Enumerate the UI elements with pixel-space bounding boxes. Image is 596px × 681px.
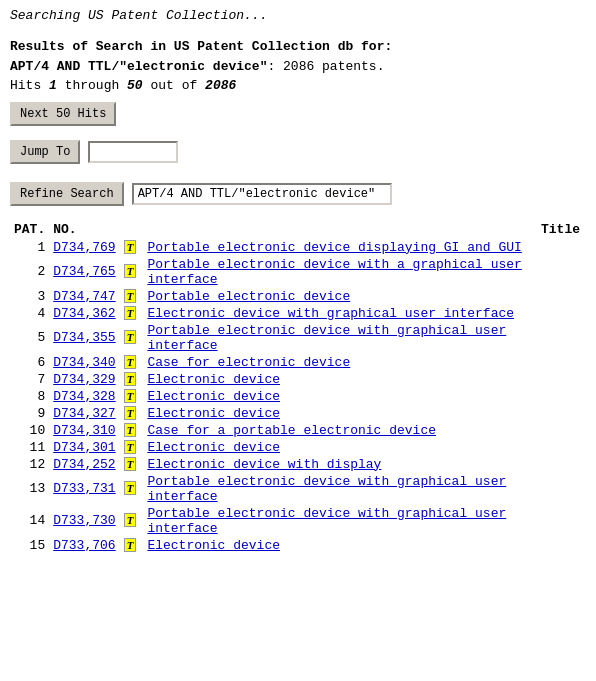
title-link[interactable]: Portable electronic device displaying GI… <box>147 240 521 255</box>
row-number: 10 <box>10 422 49 439</box>
table-row: 6D734,340TCase for electronic device <box>10 354 586 371</box>
jump-to-row: Jump To <box>10 140 586 164</box>
patent-link[interactable]: D734,362 <box>53 306 115 321</box>
title-cell: Portable electronic device with graphica… <box>143 473 586 505</box>
t-badge: T <box>124 372 137 386</box>
col-header-no: NO. <box>49 220 119 239</box>
refine-search-row: Refine Search <box>10 182 586 206</box>
t-badge: T <box>124 289 137 303</box>
results-query-line: APT/4 AND TTL/"electronic device": 2086 … <box>10 57 586 77</box>
title-cell: Electronic device <box>143 537 586 554</box>
title-link[interactable]: Electronic device <box>147 538 280 553</box>
title-link[interactable]: Electronic device <box>147 440 280 455</box>
title-link[interactable]: Case for a portable electronic device <box>147 423 436 438</box>
table-row: 1D734,769TPortable electronic device dis… <box>10 239 586 256</box>
title-link[interactable]: Portable electronic device <box>147 289 350 304</box>
badge-cell: T <box>120 422 144 439</box>
patent-number-cell: D734,252 <box>49 456 119 473</box>
results-body: 1D734,769TPortable electronic device dis… <box>10 239 586 554</box>
table-row: 10D734,310TCase for a portable electroni… <box>10 422 586 439</box>
title-cell: Case for electronic device <box>143 354 586 371</box>
patent-link[interactable]: D733,731 <box>53 481 115 496</box>
patent-link[interactable]: D734,329 <box>53 372 115 387</box>
table-row: 2D734,765TPortable electronic device wit… <box>10 256 586 288</box>
title-cell: Portable electronic device displaying GI… <box>143 239 586 256</box>
patent-link[interactable]: D734,310 <box>53 423 115 438</box>
patent-number-cell: D733,731 <box>49 473 119 505</box>
row-number: 7 <box>10 371 49 388</box>
row-number: 12 <box>10 456 49 473</box>
patent-link[interactable]: D734,301 <box>53 440 115 455</box>
next-hits-button[interactable]: Next 50 Hits <box>10 102 116 126</box>
row-number: 13 <box>10 473 49 505</box>
title-link[interactable]: Electronic device <box>147 372 280 387</box>
col-header-pat: PAT. <box>10 220 49 239</box>
badge-cell: T <box>120 239 144 256</box>
patent-number-cell: D734,327 <box>49 405 119 422</box>
patent-link[interactable]: D734,355 <box>53 330 115 345</box>
refine-search-button[interactable]: Refine Search <box>10 182 124 206</box>
patent-link[interactable]: D734,769 <box>53 240 115 255</box>
title-link[interactable]: Portable electronic device with graphica… <box>147 474 506 504</box>
patent-number-cell: D734,747 <box>49 288 119 305</box>
title-link[interactable]: Portable electronic device with graphica… <box>147 323 506 353</box>
patent-number-cell: D734,329 <box>49 371 119 388</box>
table-row: 9D734,327TElectronic device <box>10 405 586 422</box>
results-info: Results of Search in US Patent Collectio… <box>10 37 586 96</box>
table-row: 8D734,328TElectronic device <box>10 388 586 405</box>
t-badge: T <box>124 457 137 471</box>
jump-to-input[interactable] <box>88 141 178 163</box>
title-cell: Portable electronic device with graphica… <box>143 322 586 354</box>
status-text: Searching US Patent Collection... <box>10 8 586 23</box>
badge-cell: T <box>120 288 144 305</box>
t-badge: T <box>124 355 137 369</box>
patent-link[interactable]: D733,706 <box>53 538 115 553</box>
table-row: 11D734,301TElectronic device <box>10 439 586 456</box>
row-number: 1 <box>10 239 49 256</box>
row-number: 15 <box>10 537 49 554</box>
title-cell: Electronic device <box>143 388 586 405</box>
patent-link[interactable]: D734,252 <box>53 457 115 472</box>
title-link[interactable]: Electronic device with graphical user in… <box>147 306 514 321</box>
table-row: 5D734,355TPortable electronic device wit… <box>10 322 586 354</box>
t-badge: T <box>124 481 137 495</box>
title-link[interactable]: Case for electronic device <box>147 355 350 370</box>
title-cell: Portable electronic device with a graphi… <box>143 256 586 288</box>
title-link[interactable]: Portable electronic device with graphica… <box>147 506 506 536</box>
title-link[interactable]: Portable electronic device with a graphi… <box>147 257 521 287</box>
row-number: 9 <box>10 405 49 422</box>
patent-link[interactable]: D733,730 <box>53 513 115 528</box>
row-number: 14 <box>10 505 49 537</box>
refine-search-input[interactable] <box>132 183 392 205</box>
patent-link[interactable]: D734,747 <box>53 289 115 304</box>
t-badge: T <box>124 306 137 320</box>
row-number: 8 <box>10 388 49 405</box>
title-cell: Case for a portable electronic device <box>143 422 586 439</box>
badge-cell: T <box>120 473 144 505</box>
patent-number-cell: D734,340 <box>49 354 119 371</box>
title-link[interactable]: Electronic device <box>147 406 280 421</box>
title-link[interactable]: Electronic device <box>147 389 280 404</box>
badge-cell: T <box>120 388 144 405</box>
table-row: 13D733,731TPortable electronic device wi… <box>10 473 586 505</box>
patent-link[interactable]: D734,327 <box>53 406 115 421</box>
title-link[interactable]: Electronic device with display <box>147 457 381 472</box>
t-badge: T <box>124 513 137 527</box>
t-badge: T <box>124 389 137 403</box>
t-badge: T <box>124 264 137 278</box>
patent-link[interactable]: D734,328 <box>53 389 115 404</box>
table-row: 7D734,329TElectronic device <box>10 371 586 388</box>
t-badge: T <box>124 406 137 420</box>
jump-to-button[interactable]: Jump To <box>10 140 80 164</box>
t-badge: T <box>124 423 137 437</box>
t-badge: T <box>124 330 137 344</box>
patent-number-cell: D734,765 <box>49 256 119 288</box>
row-number: 5 <box>10 322 49 354</box>
badge-cell: T <box>120 439 144 456</box>
results-line1: Results of Search in US Patent Collectio… <box>10 37 586 57</box>
table-row: 12D734,252TElectronic device with displa… <box>10 456 586 473</box>
t-badge: T <box>124 538 137 552</box>
patent-link[interactable]: D734,765 <box>53 264 115 279</box>
patent-number-cell: D734,355 <box>49 322 119 354</box>
patent-link[interactable]: D734,340 <box>53 355 115 370</box>
